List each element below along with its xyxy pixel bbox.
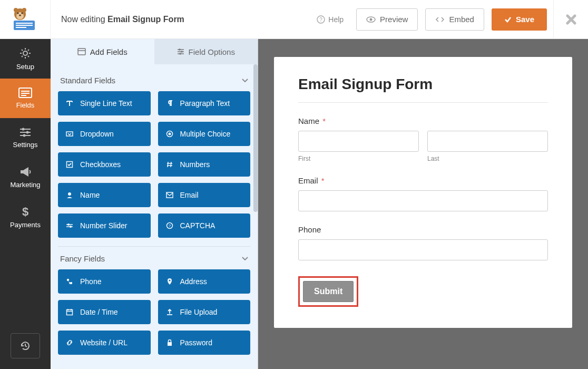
top-bar: Now editing Email Signup Form ? Help Pre… bbox=[0, 0, 588, 39]
code-icon bbox=[435, 16, 445, 23]
required-asterisk: * bbox=[322, 116, 326, 125]
submit-button[interactable]: Submit bbox=[303, 281, 354, 302]
svg-rect-2 bbox=[16, 25, 33, 26]
megaphone-icon bbox=[19, 166, 32, 178]
tab-field-options[interactable]: Field Options bbox=[154, 39, 258, 64]
field-dropdown[interactable]: Dropdown bbox=[58, 122, 151, 146]
save-button[interactable]: Save bbox=[492, 8, 547, 31]
user-icon bbox=[65, 191, 74, 199]
svg-point-14 bbox=[370, 18, 373, 21]
form-canvas[interactable]: Email Signup Form Name * First Last bbox=[258, 39, 588, 369]
section-standard-fields[interactable]: Standard Fields bbox=[58, 69, 250, 91]
history-button[interactable] bbox=[11, 333, 40, 358]
hash-icon bbox=[165, 161, 174, 168]
svg-text:?: ? bbox=[319, 17, 322, 23]
text-icon bbox=[65, 100, 74, 107]
mail-icon bbox=[165, 192, 174, 198]
calendar-icon bbox=[65, 308, 74, 316]
sliders-icon bbox=[19, 127, 32, 138]
email-input[interactable] bbox=[298, 190, 548, 211]
divider bbox=[298, 102, 548, 103]
first-name-input[interactable] bbox=[298, 131, 419, 152]
svg-point-41 bbox=[68, 192, 71, 196]
svg-point-25 bbox=[23, 134, 26, 137]
lock-icon bbox=[165, 339, 174, 346]
nav-settings[interactable]: Settings bbox=[0, 118, 51, 158]
field-website-url[interactable]: Website / URL bbox=[58, 331, 151, 355]
field-email[interactable]: Email bbox=[158, 183, 251, 207]
close-icon bbox=[566, 14, 576, 25]
svg-point-32 bbox=[181, 51, 183, 53]
field-phone[interactable]: Phone bbox=[298, 225, 548, 260]
svg-rect-27 bbox=[78, 48, 85, 55]
help-icon: ? bbox=[317, 15, 325, 24]
field-multiple-choice[interactable]: Multiple Choice bbox=[158, 122, 251, 146]
field-password[interactable]: Password bbox=[158, 331, 251, 355]
field-name[interactable]: Name * First Last bbox=[298, 116, 548, 162]
last-sublabel: Last bbox=[427, 155, 548, 162]
svg-point-5 bbox=[14, 8, 18, 12]
help-link[interactable]: ? Help bbox=[311, 15, 349, 24]
upload-icon bbox=[165, 308, 174, 316]
email-label: Email * bbox=[298, 176, 548, 185]
svg-point-8 bbox=[17, 12, 18, 14]
field-email[interactable]: Email * bbox=[298, 176, 548, 211]
field-number-slider[interactable]: Number Slider bbox=[58, 213, 151, 238]
nav-setup[interactable]: Setup bbox=[0, 39, 51, 79]
chevron-down-icon bbox=[242, 79, 248, 83]
eye-icon bbox=[366, 16, 376, 23]
nav-fields[interactable]: Fields bbox=[0, 79, 51, 118]
editing-form-name: Email Signup Form bbox=[107, 15, 184, 24]
svg-point-10 bbox=[19, 14, 21, 16]
svg-rect-3 bbox=[16, 27, 26, 28]
last-name-input[interactable] bbox=[427, 131, 548, 152]
field-date-time[interactable]: Date / Time bbox=[58, 300, 151, 324]
preview-button[interactable]: Preview bbox=[356, 8, 418, 31]
field-numbers[interactable]: Numbers bbox=[158, 152, 251, 177]
field-file-upload[interactable]: File Upload bbox=[158, 300, 251, 324]
add-fields-icon bbox=[77, 48, 86, 55]
field-paragraph-text[interactable]: Paragraph Text bbox=[158, 91, 251, 115]
left-nav: Setup Fields Settings Marketing $ Paymen… bbox=[0, 39, 51, 369]
svg-point-6 bbox=[22, 8, 26, 12]
required-asterisk: * bbox=[321, 176, 325, 185]
field-name[interactable]: Name bbox=[58, 183, 151, 207]
captcha-icon: ? bbox=[165, 222, 174, 229]
field-address[interactable]: Address bbox=[158, 269, 251, 294]
section-fancy-fields[interactable]: Fancy Fields bbox=[58, 247, 250, 269]
form-preview: Email Signup Form Name * First Last bbox=[274, 57, 572, 328]
embed-button[interactable]: Embed bbox=[425, 8, 484, 31]
svg-text:$: $ bbox=[22, 205, 28, 218]
gear-icon bbox=[19, 47, 32, 60]
field-checkboxes[interactable]: Checkboxes bbox=[58, 152, 151, 177]
phone-icon bbox=[65, 278, 74, 285]
field-captcha[interactable]: ?CAPTCHA bbox=[158, 213, 251, 238]
svg-text:?: ? bbox=[168, 224, 171, 228]
svg-point-30 bbox=[179, 48, 181, 51]
svg-rect-1 bbox=[16, 23, 33, 24]
svg-point-34 bbox=[179, 53, 181, 55]
svg-point-46 bbox=[70, 226, 72, 228]
field-single-line-text[interactable]: Single Line Text bbox=[58, 91, 151, 115]
checkbox-icon bbox=[65, 161, 74, 168]
submit-highlight: Submit bbox=[298, 276, 358, 307]
close-button[interactable] bbox=[553, 0, 588, 39]
paragraph-icon bbox=[165, 100, 174, 107]
options-icon bbox=[177, 48, 184, 55]
field-phone[interactable]: Phone bbox=[58, 269, 151, 294]
editing-title: Now editing Email Signup Form bbox=[51, 15, 311, 24]
nav-marketing[interactable]: Marketing bbox=[0, 158, 51, 197]
slider-icon bbox=[65, 222, 74, 229]
svg-rect-42 bbox=[166, 192, 173, 198]
phone-input[interactable] bbox=[298, 239, 548, 260]
chevron-down-icon bbox=[242, 257, 248, 261]
check-icon bbox=[504, 16, 512, 23]
svg-point-15 bbox=[23, 51, 27, 55]
dollar-icon: $ bbox=[21, 205, 30, 218]
nav-payments[interactable]: $ Payments bbox=[0, 197, 51, 237]
link-icon bbox=[65, 339, 74, 346]
dropdown-icon bbox=[65, 130, 74, 138]
tab-add-fields[interactable]: Add Fields bbox=[51, 39, 154, 64]
first-sublabel: First bbox=[298, 155, 419, 162]
radio-icon bbox=[165, 130, 174, 138]
